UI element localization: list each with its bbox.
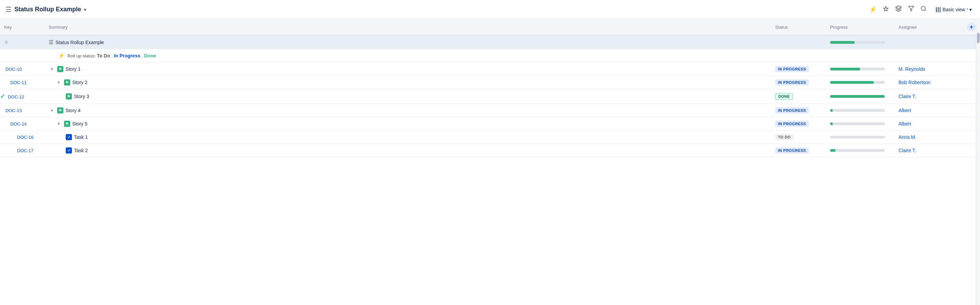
row-assignee-cell: Albert (894, 117, 963, 131)
assignee-link[interactable]: Bob Robertson (899, 80, 930, 85)
layers-icon[interactable] (895, 5, 902, 14)
status-badge: IN PROGRESS (775, 121, 809, 127)
issue-key-link[interactable]: DOC-16 (17, 135, 33, 140)
row-key-cell: DOC-16 (0, 131, 45, 144)
epic-status-cell (771, 35, 826, 49)
rollup-label: Roll up status: (67, 53, 97, 58)
assignee-link[interactable]: Claire T. (899, 148, 916, 153)
epic-icon: ☰ (5, 5, 12, 14)
row-summary-cell: Task 2 (45, 144, 771, 157)
row-progress-cell (826, 131, 894, 144)
row-assignee-cell: Anna M. (894, 131, 963, 144)
scroll-thumb[interactable] (977, 33, 980, 43)
row-assignee-cell: Bob Robertson (894, 76, 963, 89)
issue-key-link[interactable]: DOC-13 (5, 108, 22, 113)
header-left: ☰ Status Rollup Example ▾ (5, 5, 86, 14)
row-assignee-cell: Claire T. (894, 89, 963, 104)
status-badge: TO DO (775, 134, 793, 140)
issue-key-link[interactable]: DOC-17 (17, 148, 33, 153)
row-key-cell: DOC-17 (0, 144, 45, 157)
assignee-link[interactable]: Anna M. (899, 134, 916, 140)
row-key-cell: DOC-10 (0, 63, 45, 76)
status-badge: IN PROGRESS (775, 107, 809, 114)
progress-bar (830, 136, 885, 139)
row-assignee-cell: Claire T. (894, 144, 963, 157)
table-row: DOC-11 ▼ Story 2 IN PROGRESS (0, 76, 980, 89)
row-summary-text: Story 1 (65, 66, 81, 72)
add-column-button[interactable]: + (967, 22, 976, 32)
progress-bar (830, 95, 885, 98)
col-header-status: Status (771, 19, 826, 35)
bolt-icon[interactable]: ⚡ (869, 6, 877, 13)
epic-assignee-cell (894, 35, 963, 49)
expand-arrow-icon[interactable]: ▼ (56, 80, 62, 85)
svg-marker-1 (909, 6, 914, 11)
basic-view-button[interactable]: ||| Basic view* ▾ (933, 5, 975, 14)
epic-pin-icon: ✳ (4, 40, 9, 45)
story-type-icon (64, 79, 70, 85)
issue-key-link[interactable]: DOC-12 (8, 94, 24, 100)
epic-summary-cell: ☰ Status Rollup Example (45, 35, 771, 49)
rollup-sep1: , (111, 53, 114, 58)
progress-fill (830, 81, 874, 84)
task-type-icon (66, 134, 72, 140)
status-badge: IN PROGRESS (775, 147, 809, 153)
assignee-link[interactable]: Claire T. (899, 94, 916, 99)
table-row: ✓ DOC-12 Story 3 DONE (0, 89, 980, 104)
row-summary-text: Story 5 (72, 121, 88, 126)
row-summary-cell: ▼ Story 5 (45, 117, 771, 131)
progress-bar (830, 149, 885, 152)
epic-progress-fill (830, 41, 855, 44)
rollup-key-cell (0, 49, 45, 63)
done-check-icon: ✓ (0, 93, 5, 100)
filter-icon[interactable] (908, 5, 914, 13)
status-badge: DONE (775, 93, 793, 100)
progress-fill (830, 68, 860, 70)
row-assignee-cell: M. Reynolds (894, 63, 963, 76)
view-chevron-icon: ▾ (969, 7, 972, 12)
page-title: Status Rollup Example (14, 6, 81, 13)
rollup-bolt-icon: ⚡ (58, 53, 65, 58)
pin-icon[interactable] (883, 6, 889, 13)
expand-arrow-icon[interactable]: ▼ (49, 108, 55, 113)
rollup-row: ⚡ Roll up status: To Do , In Progress , … (0, 49, 980, 63)
row-progress-cell (826, 144, 894, 157)
task-type-icon (66, 147, 72, 153)
header: ☰ Status Rollup Example ▾ ⚡ (0, 0, 980, 19)
row-summary-cell: ▼ Story 4 (45, 104, 771, 117)
rollup-todo: To Do (97, 53, 110, 58)
issue-key-link[interactable]: DOC-14 (10, 122, 27, 126)
main-table: Key Summary Status Progress Assignee + ✳… (0, 19, 980, 157)
assignee-link[interactable]: Albert (899, 121, 911, 126)
progress-fill (830, 95, 885, 98)
table-row: DOC-14 ▼ Story 5 IN PROGRESS (0, 117, 980, 131)
status-badge: IN PROGRESS (775, 79, 809, 85)
title-chevron-icon[interactable]: ▾ (84, 7, 86, 12)
row-status-cell: DONE (771, 89, 826, 104)
col-header-summary: Summary (45, 19, 771, 35)
issue-key-link[interactable]: DOC-10 (5, 67, 22, 72)
progress-bar (830, 109, 885, 112)
issue-key-link[interactable]: DOC-11 (10, 80, 27, 85)
row-status-cell: IN PROGRESS (771, 63, 826, 76)
assignee-link[interactable]: M. Reynolds (899, 66, 925, 72)
row-assignee-cell: Albert (894, 104, 963, 117)
assignee-link[interactable]: Albert (899, 108, 911, 113)
table-row: DOC-16 Task 1 TO DO Anna M (0, 131, 980, 144)
search-icon[interactable] (920, 5, 927, 13)
row-progress-cell (826, 89, 894, 104)
row-summary-text: Story 3 (74, 94, 89, 99)
expand-arrow-icon[interactable]: ▼ (49, 66, 55, 72)
header-right: ⚡ ||| Basic view* (869, 5, 975, 14)
row-progress-cell (826, 76, 894, 89)
svg-line-3 (925, 9, 926, 11)
row-summary-cell: ▼ Story 2 (45, 76, 771, 89)
table-row: DOC-17 Task 2 IN PROGRESS (0, 144, 980, 157)
rollup-inprogress: In Progress (114, 53, 140, 58)
expand-arrow-icon[interactable]: ▼ (56, 121, 62, 126)
col-header-progress: Progress (826, 19, 894, 35)
epic-key-cell: ✳ (0, 35, 45, 49)
row-status-cell: IN PROGRESS (771, 104, 826, 117)
epic-summary-text: Status Rollup Example (56, 40, 104, 45)
scrollbar[interactable] (976, 19, 980, 305)
